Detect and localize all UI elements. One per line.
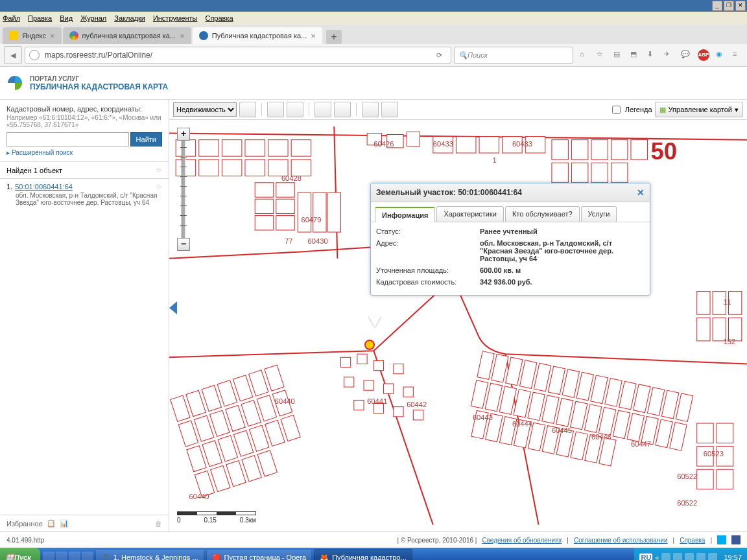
home-icon[interactable]: ⌂	[580, 50, 590, 60]
svg-rect-74	[354, 400, 364, 410]
svg-rect-77	[413, 410, 423, 420]
fav-icon2[interactable]: 📊	[60, 519, 69, 528]
sidebar-expand-arrow[interactable]	[169, 301, 177, 314]
advanced-search-link[interactable]: ▸ Расширенный поиск	[6, 149, 162, 156]
url-input[interactable]	[43, 50, 427, 60]
taskbar-item-active[interactable]: 🦊 Публичная кадастро...	[314, 549, 412, 560]
popup-tab-services[interactable]: Услуги	[581, 206, 617, 222]
legend-toggle[interactable]: Легенда	[610, 104, 652, 116]
menu-file[interactable]: Файл	[3, 14, 20, 22]
start-button[interactable]: 🪟 Пуск	[0, 548, 40, 560]
tray-icon[interactable]	[685, 553, 694, 560]
tray-expand[interactable]: «	[655, 554, 659, 560]
chat-icon[interactable]: 💬	[681, 50, 691, 60]
shield-icon[interactable]: ◉	[716, 50, 726, 60]
ql-icon[interactable]	[43, 552, 54, 560]
tray-icon[interactable]	[708, 553, 717, 560]
ql-icon[interactable]	[82, 552, 93, 560]
layer-select[interactable]: Недвижимость	[173, 102, 237, 117]
tab-rosreestr[interactable]: Публичная кадастровая ка... ×	[193, 27, 322, 44]
svg-rect-104	[627, 414, 644, 442]
send-icon[interactable]: ✈	[664, 50, 674, 60]
star-icon[interactable]: ☆	[597, 50, 607, 60]
map-canvas[interactable]: 50 60426 60428 60433 60433 1 60479 60430…	[169, 120, 747, 531]
search-placeholder: Поиск	[468, 51, 488, 59]
tab-close[interactable]: ×	[180, 31, 185, 41]
clock[interactable]: 19:57	[724, 554, 742, 560]
info-tool[interactable]	[267, 102, 284, 117]
svg-rect-30	[631, 140, 647, 160]
search-result[interactable]: ☆ 1. 50:01:0060441:64 обл. Московская, р…	[0, 179, 169, 515]
svg-text:60433: 60433	[512, 140, 532, 148]
footer-link-terms[interactable]: Соглашение об использовании	[574, 537, 668, 544]
footer-link-help[interactable]: Справка	[680, 537, 705, 544]
footer-link-updates[interactable]: Сведения об обновлениях	[482, 537, 562, 544]
twitter-icon[interactable]	[717, 535, 726, 544]
back-button[interactable]: ◀	[4, 46, 22, 64]
abp-icon[interactable]: ABP	[698, 49, 709, 61]
ql-icon[interactable]	[56, 552, 67, 560]
menu-help[interactable]: Справка	[205, 14, 233, 22]
download-icon[interactable]: ⬇	[647, 50, 658, 60]
svg-rect-44	[233, 375, 252, 401]
tray-icon[interactable]	[696, 553, 706, 560]
ql-icon[interactable]	[69, 552, 80, 560]
map-control-button[interactable]: ▦ Управление картой ▾	[655, 102, 743, 117]
help-tool[interactable]	[287, 102, 303, 117]
reload-button[interactable]: ⟳	[431, 47, 447, 63]
menu-icon[interactable]: ≡	[733, 50, 743, 60]
popup-tab-info[interactable]: Информация	[375, 207, 435, 222]
pointer-tool[interactable]	[239, 102, 256, 117]
lang-indicator[interactable]: RU	[639, 554, 652, 560]
url-bar[interactable]: ⟳	[25, 47, 451, 64]
facebook-icon[interactable]	[731, 535, 741, 544]
menu-tools[interactable]: Инструменты	[153, 14, 198, 22]
menu-view[interactable]: Вид	[60, 14, 73, 22]
tab-yandex[interactable]: Яндекс ×	[3, 27, 62, 44]
map-marker[interactable]	[364, 340, 375, 350]
tab-google[interactable]: публичная кадастровая ка... ×	[63, 27, 191, 44]
cadastral-search-input[interactable]	[6, 132, 129, 146]
window-minimize[interactable]: _	[712, 1, 722, 11]
result-cadastral-number[interactable]: 50:01:0060441:64	[15, 183, 73, 191]
fav-icon1[interactable]: 📋	[47, 519, 56, 528]
svg-text:60428: 60428	[281, 174, 302, 182]
menu-history[interactable]: Журнал	[80, 14, 106, 22]
taskbar-item[interactable]: 🔴 Пустая страница - Opera	[206, 549, 313, 560]
star-icon[interactable]: ☆	[156, 166, 162, 174]
result-star-icon[interactable]: ☆	[156, 183, 162, 191]
svg-rect-52	[257, 395, 276, 421]
svg-text:60430: 60430	[308, 237, 328, 245]
zoom-in[interactable]: +	[177, 128, 190, 141]
measure-tool[interactable]	[314, 102, 331, 117]
popup-tab-service[interactable]: Кто обслуживает?	[505, 206, 580, 222]
menu-bookmarks[interactable]: Закладки	[114, 14, 145, 22]
list-icon[interactable]: ▤	[613, 50, 624, 60]
link-tool[interactable]	[381, 102, 398, 117]
svg-text:60441: 60441	[367, 397, 387, 405]
trash-icon[interactable]: 🗑	[155, 520, 162, 528]
tab-close[interactable]: ×	[311, 31, 316, 41]
tab-close[interactable]: ×	[50, 31, 55, 41]
menu-edit[interactable]: Правка	[28, 14, 52, 22]
window-close[interactable]: ✕	[735, 1, 746, 11]
window-maximize[interactable]: ❐	[724, 1, 734, 11]
taskbar-item[interactable]: 🎵 1. Hemstock & Jennings ...	[95, 549, 204, 560]
browser-tabbar: Яндекс × публичная кадастровая ка... × П…	[0, 25, 747, 44]
area-tool[interactable]	[334, 102, 351, 117]
page-header: ПОРТАЛ УСЛУГ ПУБЛИЧНАЯ КАДАСТРОВАЯ КАРТА	[0, 67, 747, 100]
zoom-slider[interactable]	[182, 141, 185, 238]
svg-rect-35	[298, 192, 311, 232]
search-button[interactable]: Найти	[130, 132, 162, 146]
popup-close[interactable]: ✕	[637, 187, 645, 198]
zoom-out[interactable]: −	[177, 238, 190, 251]
popup-tab-chars[interactable]: Характеристики	[436, 206, 504, 222]
field-label: Кадастровая стоимость:	[376, 278, 480, 286]
tray-icon[interactable]	[661, 553, 670, 560]
browser-search[interactable]: 🔍 Поиск	[454, 47, 573, 64]
newtab-button[interactable]: +	[326, 30, 342, 44]
print-tool[interactable]	[362, 102, 379, 117]
pocket-icon[interactable]: ⬒	[630, 50, 641, 60]
tray-icon[interactable]	[673, 553, 682, 560]
popup-content[interactable]: Статус:Ранее учтенный Адрес:обл. Московс…	[371, 222, 650, 295]
